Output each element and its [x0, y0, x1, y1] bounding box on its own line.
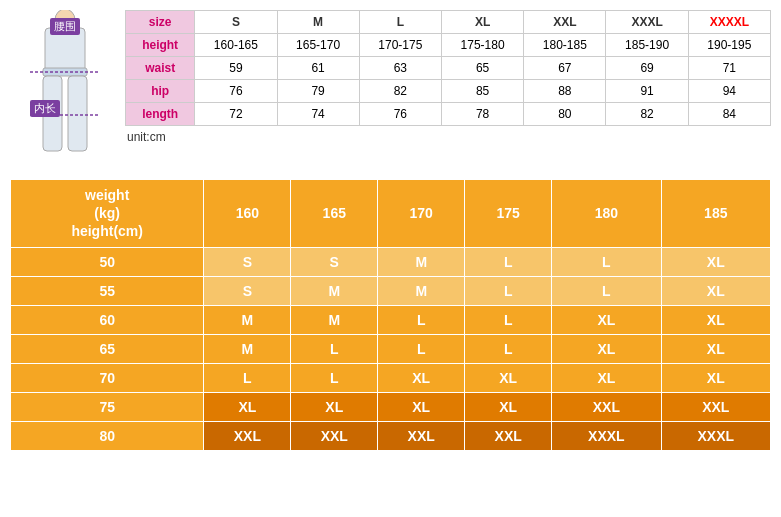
- weight-80: 80: [11, 421, 204, 450]
- waist-S: 59: [195, 57, 277, 80]
- top-section: 腰围 内长 size S M L XL XXL XXXL XXXXL heigh…: [0, 0, 781, 175]
- length-XXXL: 82: [606, 103, 688, 126]
- waist-XXXXL: 71: [688, 57, 770, 80]
- cell-50-175: L: [465, 247, 552, 276]
- weight-table-header-row: weight(kg)height(cm) 160 165 170 175 180…: [11, 180, 771, 248]
- figure-container: 腰围 内长: [10, 10, 120, 170]
- col-165: 165: [291, 180, 378, 248]
- cell-75-160: XL: [204, 392, 291, 421]
- cell-50-160: S: [204, 247, 291, 276]
- cell-60-185: XL: [661, 305, 770, 334]
- waist-label-cell: waist: [126, 57, 195, 80]
- height-XXXXL: 190-195: [688, 34, 770, 57]
- length-row: length 72 74 76 78 80 82 84: [126, 103, 771, 126]
- length-label-cell: length: [126, 103, 195, 126]
- weight-55: 55: [11, 276, 204, 305]
- hip-XXXL: 91: [606, 80, 688, 103]
- size-col-header: size: [126, 11, 195, 34]
- cell-65-175: L: [465, 334, 552, 363]
- height-M: 165-170: [277, 34, 359, 57]
- cell-80-160: XXL: [204, 421, 291, 450]
- cell-70-175: XL: [465, 363, 552, 392]
- col-M: M: [277, 11, 359, 34]
- cell-55-175: L: [465, 276, 552, 305]
- height-XL: 175-180: [441, 34, 523, 57]
- weight-row-80: 80 XXL XXL XXL XXL XXXL XXXL: [11, 421, 771, 450]
- waist-row: waist 59 61 63 65 67 69 71: [126, 57, 771, 80]
- cell-75-170: XL: [378, 392, 465, 421]
- bottom-section: weight(kg)height(cm) 160 165 170 175 180…: [0, 175, 781, 459]
- hip-label-cell: hip: [126, 80, 195, 103]
- cell-75-165: XL: [291, 392, 378, 421]
- length-XL: 78: [441, 103, 523, 126]
- col-XL: XL: [441, 11, 523, 34]
- cell-70-180: XL: [552, 363, 661, 392]
- length-L: 76: [359, 103, 441, 126]
- cell-50-185: XL: [661, 247, 770, 276]
- waist-label: 腰围: [50, 18, 80, 35]
- size-table: size S M L XL XXL XXXL XXXXL height 160-…: [125, 10, 771, 126]
- cell-65-165: L: [291, 334, 378, 363]
- inseam-label: 内长: [30, 100, 60, 117]
- cell-80-175: XXL: [465, 421, 552, 450]
- waist-L: 63: [359, 57, 441, 80]
- col-XXXL: XXXL: [606, 11, 688, 34]
- height-L: 170-175: [359, 34, 441, 57]
- col-185: 185: [661, 180, 770, 248]
- cell-60-170: L: [378, 305, 465, 334]
- cell-75-175: XL: [465, 392, 552, 421]
- cell-55-165: M: [291, 276, 378, 305]
- col-175: 175: [465, 180, 552, 248]
- svg-rect-3: [68, 76, 87, 151]
- hip-M: 79: [277, 80, 359, 103]
- hip-L: 82: [359, 80, 441, 103]
- height-row: height 160-165 165-170 170-175 175-180 1…: [126, 34, 771, 57]
- cell-80-185: XXXL: [661, 421, 770, 450]
- hip-XXL: 88: [524, 80, 606, 103]
- cell-55-170: M: [378, 276, 465, 305]
- hip-S: 76: [195, 80, 277, 103]
- hip-row: hip 76 79 82 85 88 91 94: [126, 80, 771, 103]
- unit-label: unit:cm: [125, 130, 771, 144]
- waist-XL: 65: [441, 57, 523, 80]
- cell-65-180: XL: [552, 334, 661, 363]
- cell-80-165: XXL: [291, 421, 378, 450]
- weight-60: 60: [11, 305, 204, 334]
- cell-50-170: M: [378, 247, 465, 276]
- weight-75: 75: [11, 392, 204, 421]
- weight-65: 65: [11, 334, 204, 363]
- length-S: 72: [195, 103, 277, 126]
- col-XXL: XXL: [524, 11, 606, 34]
- cell-75-185: XXL: [661, 392, 770, 421]
- weight-row-55: 55 S M M L L XL: [11, 276, 771, 305]
- length-XXXXL: 84: [688, 103, 770, 126]
- waist-XXXL: 69: [606, 57, 688, 80]
- cell-50-165: S: [291, 247, 378, 276]
- col-180: 180: [552, 180, 661, 248]
- col-160: 160: [204, 180, 291, 248]
- hip-XL: 85: [441, 80, 523, 103]
- size-table-wrapper: size S M L XL XXL XXXL XXXXL height 160-…: [120, 10, 771, 170]
- cell-60-180: XL: [552, 305, 661, 334]
- cell-80-170: XXL: [378, 421, 465, 450]
- cell-70-185: XL: [661, 363, 770, 392]
- length-M: 74: [277, 103, 359, 126]
- cell-70-165: L: [291, 363, 378, 392]
- cell-70-170: XL: [378, 363, 465, 392]
- waist-XXL: 67: [524, 57, 606, 80]
- cell-80-180: XXXL: [552, 421, 661, 450]
- cell-55-160: S: [204, 276, 291, 305]
- weight-row-75: 75 XL XL XL XL XXL XXL: [11, 392, 771, 421]
- col-L: L: [359, 11, 441, 34]
- weight-50: 50: [11, 247, 204, 276]
- height-XXL: 180-185: [524, 34, 606, 57]
- height-label: height: [126, 34, 195, 57]
- weight-row-65: 65 M L L L XL XL: [11, 334, 771, 363]
- cell-65-185: XL: [661, 334, 770, 363]
- size-table-header-row: size S M L XL XXL XXXL XXXXL: [126, 11, 771, 34]
- cell-65-160: M: [204, 334, 291, 363]
- height-XXXL: 185-190: [606, 34, 688, 57]
- weight-row-50: 50 S S M L L XL: [11, 247, 771, 276]
- col-S: S: [195, 11, 277, 34]
- cell-50-180: L: [552, 247, 661, 276]
